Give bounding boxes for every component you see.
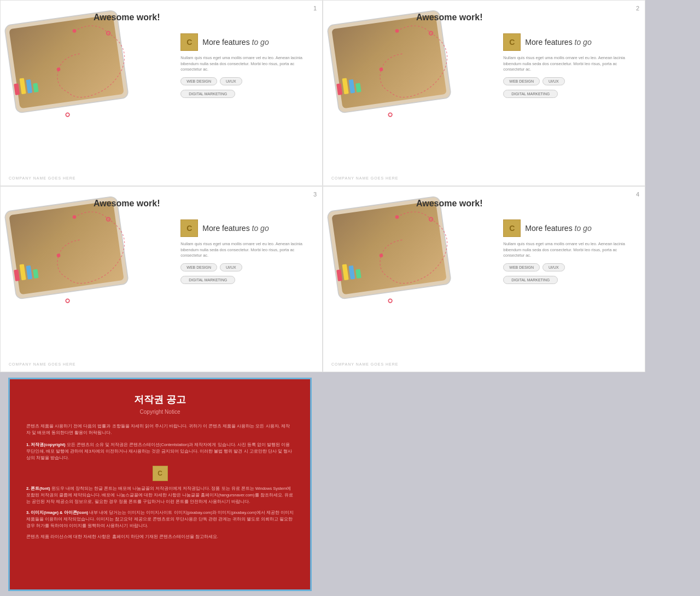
tablet-mockup-2	[323, 6, 482, 137]
features-desc-3: Nullam quis risus eget uma mollis ornare…	[180, 241, 311, 259]
company-name-4: COMPANY NAME GOES HERE	[331, 362, 398, 366]
copyright-section1-body: 모든 콘텐츠의 소유 및 저작권은 콘텐츠스테이션(Contentstation…	[26, 442, 292, 460]
svg-rect-20	[4, 196, 129, 299]
svg-point-26	[73, 215, 77, 219]
web-design-btn-2[interactable]: WEB DESIGN	[503, 77, 540, 85]
web-design-btn-1[interactable]: WEB DESIGN	[180, 77, 217, 85]
logo-box-2: C	[503, 33, 521, 51]
awesome-text-2: Awesome work!	[416, 13, 483, 22]
tablet-mockup-4	[323, 192, 482, 323]
copyright-box: 저작권 공고 Copyright Notice 콘텐츠 제품을 사용하기 전에 …	[8, 378, 312, 591]
svg-point-8	[57, 68, 61, 72]
digital-marketing-btn-2[interactable]: DIGITAL MARKETING	[503, 90, 558, 98]
logo-box-4: C	[503, 219, 521, 237]
svg-point-17	[429, 31, 433, 35]
copyright-intro: 콘텐츠 제품을 사용하기 전에 다음의 법률과 조항들을 자세히 읽어 주시기 …	[26, 423, 294, 436]
svg-rect-15	[355, 83, 361, 92]
svg-point-36	[395, 215, 399, 219]
copyright-panel: 저작권 공고 Copyright Notice 콘텐츠 제품을 사용하기 전에 …	[0, 372, 323, 596]
svg-rect-23	[20, 264, 26, 280]
svg-rect-25	[33, 269, 38, 279]
logo-area-3: C More features to go	[180, 219, 311, 237]
card-number-2: 2	[636, 5, 639, 11]
content-area-1: C More features to go Nullam quis risus …	[175, 28, 317, 103]
logo-box-1: C	[180, 33, 198, 51]
btn-row-2: WEB DESIGN UI/UX	[503, 77, 634, 85]
digital-marketing-btn-4[interactable]: DIGITAL MARKETING	[503, 276, 558, 284]
copyright-section1-title: 1. 저작권(copyright)	[26, 442, 66, 447]
svg-rect-24	[26, 265, 33, 280]
features-title-2: More features to go	[525, 38, 591, 47]
copyright-logo-box: C	[153, 466, 168, 481]
content-area-3: C More features to go Nullam quis risus …	[175, 214, 317, 290]
features-desc-1: Nullam quis risus eget uma mollis ornare…	[180, 55, 311, 73]
awesome-text-4: Awesome work!	[416, 199, 483, 209]
svg-point-7	[107, 31, 110, 35]
content-area-2: C More features to go Nullam quis risus …	[498, 28, 639, 103]
features-desc-2: Nullam quis risus eget uma mollis ornare…	[503, 55, 634, 73]
svg-rect-30	[327, 196, 451, 299]
copyright-section3: 3. 이미지(image) & 아이콘(icon) 내부 내에 당거는는 이미지…	[26, 510, 294, 529]
company-name-1: COMPANY NAME GOES HERE	[9, 176, 75, 180]
svg-rect-3	[20, 78, 26, 94]
features-title-4: More features to go	[525, 224, 591, 233]
svg-rect-0	[4, 10, 129, 113]
copyright-logo-area: C	[26, 466, 294, 481]
slide-card-4: 4	[323, 186, 645, 372]
uiux-btn-3[interactable]: UI/UX	[220, 263, 242, 271]
copyright-section1: 1. 저작권(copyright) 모든 콘텐츠의 소유 및 저작권은 콘텐츠스…	[26, 442, 294, 461]
svg-rect-12	[336, 83, 342, 95]
svg-point-38	[380, 254, 383, 258]
svg-rect-35	[355, 269, 361, 279]
slide-card-2: 2	[323, 0, 645, 186]
svg-rect-10	[327, 10, 451, 113]
svg-rect-14	[349, 79, 355, 94]
svg-point-29	[66, 299, 69, 303]
svg-rect-22	[14, 269, 20, 281]
svg-rect-1	[9, 15, 124, 109]
web-design-btn-3[interactable]: WEB DESIGN	[180, 263, 217, 271]
copyright-footer: 콘텐츠 제품 라이선스에 대한 자세한 사항은 홈페이지 하단에 기재된 콘텐츠…	[26, 534, 294, 540]
copyright-section2-title: 2. 폰트(font)	[26, 486, 50, 491]
web-design-btn-4[interactable]: WEB DESIGN	[503, 263, 540, 271]
svg-rect-31	[331, 201, 447, 295]
logo-area-1: C More features to go	[180, 33, 311, 51]
uiux-btn-1[interactable]: UI/UX	[220, 77, 242, 85]
card-number-1: 1	[313, 5, 317, 11]
svg-rect-33	[342, 264, 349, 280]
logo-box-3: C	[180, 219, 198, 237]
svg-point-28	[57, 254, 61, 258]
copyright-section2-body: 윈도우 내에 장착되는 한글 폰트는 배포에 나눔글꼴의 저작권이에게 저작권입…	[26, 486, 293, 504]
awesome-text-3: Awesome work!	[94, 199, 160, 209]
awesome-text-1: Awesome work!	[94, 13, 160, 22]
svg-rect-11	[331, 15, 447, 109]
copyright-section2: 2. 폰트(font) 윈도우 내에 장착되는 한글 폰트는 배포에 나눔글꼴의…	[26, 485, 294, 505]
svg-point-37	[429, 217, 433, 221]
svg-rect-5	[33, 83, 38, 92]
uiux-btn-4[interactable]: UI/UX	[542, 263, 565, 271]
tablet-mockup-1	[0, 6, 159, 137]
svg-rect-13	[342, 78, 349, 94]
digital-marketing-btn-3[interactable]: DIGITAL MARKETING	[180, 276, 235, 284]
svg-point-18	[380, 68, 383, 72]
copyright-section3-title: 3. 이미지(image) & 아이콘(icon)	[26, 510, 88, 515]
card-number-3: 3	[313, 191, 317, 198]
svg-point-9	[66, 113, 69, 117]
svg-rect-34	[349, 265, 355, 280]
svg-point-39	[388, 299, 392, 303]
svg-point-16	[395, 29, 399, 33]
card-number-4: 4	[636, 191, 639, 198]
tablet-mockup-3	[0, 192, 159, 323]
logo-area-2: C More features to go	[503, 33, 634, 51]
company-name-3: COMPANY NAME GOES HERE	[9, 362, 75, 366]
digital-marketing-btn-1[interactable]: DIGITAL MARKETING	[180, 90, 235, 98]
content-area-4: C More features to go Nullam quis risus …	[498, 214, 639, 290]
copyright-subtitle: Copyright Notice	[26, 409, 294, 415]
features-title-1: More features to go	[202, 38, 269, 47]
uiux-btn-2[interactable]: UI/UX	[542, 77, 565, 85]
svg-point-6	[73, 29, 77, 33]
logo-area-4: C More features to go	[503, 219, 634, 237]
features-title-3: More features to go	[202, 224, 269, 233]
btn-row-4: WEB DESIGN UI/UX	[503, 263, 634, 271]
svg-rect-21	[9, 201, 124, 295]
